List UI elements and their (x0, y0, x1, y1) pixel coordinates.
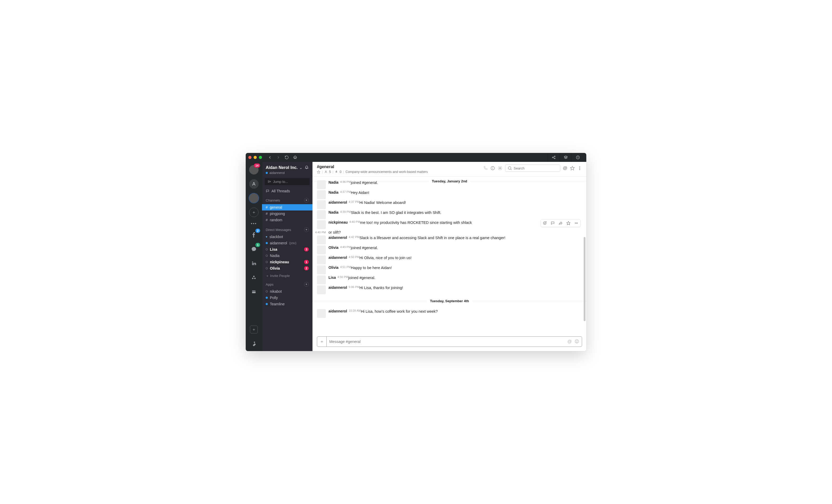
gear-icon[interactable] (498, 166, 502, 170)
share-button[interactable] (547, 154, 560, 161)
message-avatar[interactable] (317, 275, 326, 284)
channels-header[interactable]: Channels + (262, 196, 312, 204)
message-avatar[interactable] (317, 180, 326, 189)
message[interactable]: Nadia4:39 PMSlack is the best. I am SO g… (313, 210, 586, 220)
message[interactable]: aidannerol4:50 PMHi Olivia, nice of you … (313, 255, 586, 265)
rail-account-1[interactable]: 14 (249, 164, 259, 175)
pins-count[interactable]: 0 (340, 170, 341, 174)
minimize-window[interactable] (254, 156, 257, 159)
app-nikabot[interactable]: nikabot (262, 288, 312, 295)
message-input[interactable] (327, 340, 567, 344)
message-author[interactable]: nickpineau (329, 220, 348, 229)
message-author[interactable]: Nadia (329, 180, 338, 189)
rail-add-app[interactable]: ＋ (249, 324, 259, 335)
dm-Nadia[interactable]: Nadia (262, 253, 312, 259)
rail-app-wallet[interactable] (249, 286, 259, 297)
notifications-icon[interactable] (305, 165, 309, 170)
message-avatar[interactable] (317, 200, 326, 209)
workspace-switcher[interactable]: Aidan Nerol Inc. ⌄ (262, 162, 312, 171)
members-count[interactable]: 5 (329, 170, 331, 174)
message-author[interactable]: aidannerol (329, 235, 347, 244)
save-message[interactable] (565, 219, 572, 227)
activity-button[interactable] (572, 154, 584, 161)
message-author[interactable]: Nadia (329, 210, 338, 219)
message-followup[interactable]: 4:40 PMor slift? (313, 230, 586, 235)
dm-nickpineau[interactable]: nickpineau1 (262, 259, 312, 265)
message-author[interactable]: Lisa (329, 275, 336, 284)
message-author[interactable]: aidannerol (329, 256, 347, 264)
maximize-window[interactable] (259, 156, 262, 159)
dms-header[interactable]: Direct Messages + (262, 226, 312, 234)
add-reaction[interactable] (541, 219, 549, 227)
rail-app-asana[interactable] (249, 272, 259, 283)
message[interactable]: Olivia4:51 PMHappy to be here Aidan! (313, 265, 586, 275)
dm-aidannerol[interactable]: aidannerol (you) (262, 240, 312, 246)
back-button[interactable] (266, 154, 274, 161)
more-icon[interactable] (577, 166, 582, 170)
message-author[interactable]: aidannerol (329, 285, 347, 294)
message[interactable]: aidannerol4:42 PMSlack is a lifesaver an… (313, 235, 586, 245)
message[interactable]: aidannerol4:37 PMHi Nadia! Welcome aboar… (313, 200, 586, 210)
home-button[interactable] (291, 154, 299, 161)
message[interactable]: Olivia4:49 PMjoined #general. (313, 245, 586, 255)
jump-to[interactable]: Jump to... (265, 178, 310, 185)
call-icon[interactable] (483, 166, 488, 170)
message-avatar[interactable] (317, 235, 326, 244)
mention-button[interactable]: @ (567, 339, 572, 344)
forward-button[interactable] (274, 154, 283, 161)
invite-people[interactable]: ＋ Invite People (262, 271, 312, 281)
message-avatar[interactable] (317, 210, 326, 219)
message-author[interactable]: aidannerol (329, 200, 347, 209)
search-box[interactable] (505, 164, 560, 172)
rail-add-account[interactable]: ＋ (249, 207, 259, 218)
rail-settings[interactable] (249, 339, 259, 349)
add-dm[interactable]: + (304, 227, 309, 232)
dm-slackbot[interactable]: ♥slackbot (262, 234, 312, 240)
message[interactable]: aidannerol5:06 PMHi Lisa, thanks for joi… (313, 285, 586, 295)
dm-Lisa[interactable]: Lisa3 (262, 246, 312, 253)
star-icon[interactable] (317, 170, 320, 174)
workspaces-button[interactable] (560, 154, 572, 161)
message[interactable]: Nadia4:37 PMHey Aidan! (313, 190, 586, 200)
emoji-button[interactable] (574, 339, 579, 344)
message-avatar[interactable] (317, 309, 326, 318)
rail-app-messenger[interactable]: 1 (249, 244, 259, 255)
star-icon[interactable] (570, 166, 575, 170)
rail-account-2[interactable]: A (249, 179, 259, 189)
share-message[interactable] (556, 219, 565, 227)
app-Polly[interactable]: Polly (262, 295, 312, 301)
message[interactable]: Lisa4:56 PMjoined #general. (313, 275, 586, 285)
pin-icon[interactable] (335, 170, 338, 174)
message-author[interactable]: Olivia (329, 265, 338, 274)
message-avatar[interactable] (317, 190, 326, 199)
message[interactable]: aidannerol10:28 AMHi Lisa, how's coffee … (313, 309, 586, 318)
members-icon[interactable] (324, 170, 328, 174)
scrollbar-thumb[interactable] (584, 237, 586, 321)
message-author[interactable]: Nadia (329, 190, 338, 199)
message[interactable]: nickpineau4:40 PMme too! my productivity… (313, 220, 586, 230)
attach-button[interactable]: ＋ (317, 337, 327, 347)
add-app[interactable]: + (304, 282, 309, 287)
message-avatar[interactable] (317, 256, 326, 264)
all-threads[interactable]: All Threads (262, 188, 312, 194)
more-actions[interactable] (572, 219, 580, 227)
message-author[interactable]: Olivia (329, 245, 338, 255)
message-avatar[interactable] (317, 285, 326, 294)
message-avatar[interactable] (317, 245, 326, 255)
rail-app-facebook[interactable]: 2 (249, 230, 259, 240)
add-channel[interactable]: + (304, 198, 309, 203)
reload-button[interactable] (283, 154, 291, 161)
apps-header[interactable]: Apps + (262, 281, 312, 288)
rail-account-3[interactable] (249, 193, 259, 203)
message-author[interactable]: aidannerol (329, 309, 347, 318)
mentions-icon[interactable]: @ (563, 165, 567, 171)
message-avatar[interactable] (317, 220, 326, 229)
info-icon[interactable] (490, 166, 495, 170)
message-composer[interactable]: ＋ @ (317, 336, 582, 347)
channel-random[interactable]: #random (262, 217, 312, 223)
search-input[interactable] (514, 166, 558, 170)
message-list[interactable]: Tuesday, January 2nd Nadia4:36 PMjoined … (313, 177, 586, 334)
close-window[interactable] (248, 156, 252, 159)
channel-pingpong[interactable]: #pingpong (262, 211, 312, 217)
start-thread[interactable] (549, 219, 556, 227)
